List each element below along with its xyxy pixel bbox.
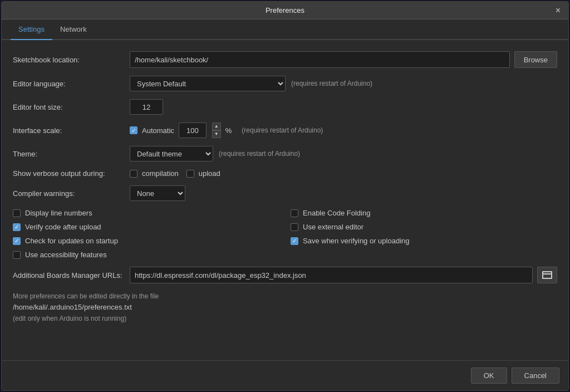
use-accessibility-checkbox[interactable]: [13, 251, 21, 259]
compiler-warnings-row: Compiler warnings: None: [13, 185, 557, 201]
tab-bar: Settings Network: [2, 19, 568, 40]
compiler-warnings-select[interactable]: None: [130, 185, 185, 201]
boards-url-input[interactable]: [130, 267, 533, 283]
scale-value-input[interactable]: [179, 122, 207, 138]
verbose-compilation-item: compilation: [130, 169, 179, 178]
cancel-button[interactable]: Cancel: [512, 367, 559, 384]
theme-label: Theme:: [13, 150, 130, 158]
check-for-updates-checkbox[interactable]: [13, 237, 21, 245]
more-prefs-text: More preferences can be edited directly …: [13, 292, 159, 300]
save-when-verifying-item: Save when verifying or uploading: [291, 237, 557, 245]
sketchbook-row: Sketchbook location: Browse: [13, 51, 557, 68]
close-button[interactable]: ×: [552, 4, 564, 17]
enable-code-folding-checkbox[interactable]: [291, 209, 298, 217]
font-size-label: Editor font size:: [13, 103, 130, 111]
boards-url-row: Additional Boards Manager URLs:: [13, 267, 557, 283]
prefs-edit-note: (edit only when Arduino is not running): [13, 315, 126, 322]
browse-button[interactable]: Browse: [514, 51, 557, 68]
enable-code-folding-item: Enable Code Folding: [291, 209, 557, 217]
prefs-file-path-link[interactable]: /home/kali/.arduino15/preferences.txt: [13, 302, 557, 313]
verbose-compilation-checkbox[interactable]: [130, 170, 137, 178]
font-size-input[interactable]: [130, 99, 163, 115]
ok-button[interactable]: OK: [471, 367, 507, 384]
verbose-upload-checkbox[interactable]: [186, 170, 194, 178]
editor-language-row: Editor language: System Default (require…: [13, 76, 557, 91]
percent-label: %: [225, 126, 232, 135]
verify-code-label: Verify code after upload: [25, 223, 101, 231]
tab-settings[interactable]: Settings: [11, 19, 52, 40]
compiler-warnings-label: Compiler warnings:: [13, 189, 130, 198]
scale-controls: Automatic ▲ ▼ % (requires restart of Ard…: [130, 122, 323, 138]
check-for-updates-label: Check for updates on startup: [25, 237, 118, 245]
settings-panel: Sketchbook location: Browse Editor langu…: [2, 40, 568, 360]
sketchbook-input[interactable]: [130, 51, 510, 68]
auto-scale-checkbox[interactable]: [130, 126, 137, 134]
verbose-upload-item: upload: [186, 169, 220, 178]
font-size-row: Editor font size:: [13, 99, 557, 115]
use-accessibility-item: Use accessibility features: [13, 251, 279, 259]
check-for-updates-item: Check for updates on startup: [13, 237, 279, 245]
save-when-verifying-checkbox[interactable]: [291, 237, 298, 245]
enable-code-folding-label: Enable Code Folding: [303, 209, 370, 217]
window-icon: [542, 271, 552, 279]
more-prefs-section: More preferences can be edited directly …: [13, 291, 557, 324]
verbose-compilation-label: compilation: [142, 169, 179, 178]
interface-scale-row: Interface scale: Automatic ▲ ▼ % (requir…: [13, 122, 557, 138]
boards-url-edit-button[interactable]: [537, 267, 557, 283]
display-line-numbers-label: Display line numbers: [25, 209, 92, 217]
checkboxes-grid: Display line numbers Enable Code Folding…: [13, 209, 557, 259]
use-accessibility-label: Use accessibility features: [25, 251, 107, 259]
tab-network[interactable]: Network: [52, 19, 95, 40]
sketchbook-label: Sketchbook location:: [13, 56, 130, 64]
interface-scale-label: Interface scale:: [13, 126, 130, 135]
preferences-dialog: Preferences × Settings Network Sketchboo…: [1, 1, 569, 391]
display-line-numbers-item: Display line numbers: [13, 209, 279, 217]
dialog-title: Preferences: [266, 6, 304, 14]
editor-language-note: (requires restart of Arduino): [291, 80, 372, 87]
dialog-footer: OK Cancel: [2, 360, 568, 390]
use-external-editor-item: Use external editor: [291, 223, 557, 231]
use-external-editor-label: Use external editor: [303, 223, 363, 231]
verbose-row: Show verbose output during: compilation …: [13, 169, 557, 178]
verify-code-checkbox[interactable]: [13, 223, 21, 231]
theme-restart-note: (requires restart of Arduino): [219, 150, 300, 158]
boards-url-label: Additional Boards Manager URLs:: [13, 271, 130, 280]
editor-language-label: Editor language:: [13, 80, 130, 88]
use-external-editor-checkbox[interactable]: [291, 223, 298, 231]
title-bar: Preferences ×: [2, 2, 568, 19]
display-line-numbers-checkbox[interactable]: [13, 209, 21, 217]
theme-row: Theme: Default theme (requires restart o…: [13, 146, 557, 161]
scale-restart-note: (requires restart of Arduino): [242, 126, 323, 134]
scale-up-button[interactable]: ▲: [212, 122, 221, 130]
theme-select[interactable]: Default theme: [130, 146, 213, 161]
verbose-upload-label: upload: [199, 169, 220, 178]
verbose-label: Show verbose output during:: [13, 169, 130, 178]
auto-label: Automatic: [142, 126, 174, 135]
editor-language-select[interactable]: System Default: [130, 76, 286, 91]
scale-spinner: ▲ ▼: [212, 122, 221, 138]
scale-down-button[interactable]: ▼: [212, 130, 221, 138]
verify-code-item: Verify code after upload: [13, 223, 279, 231]
save-when-verifying-label: Save when verifying or uploading: [303, 237, 410, 245]
